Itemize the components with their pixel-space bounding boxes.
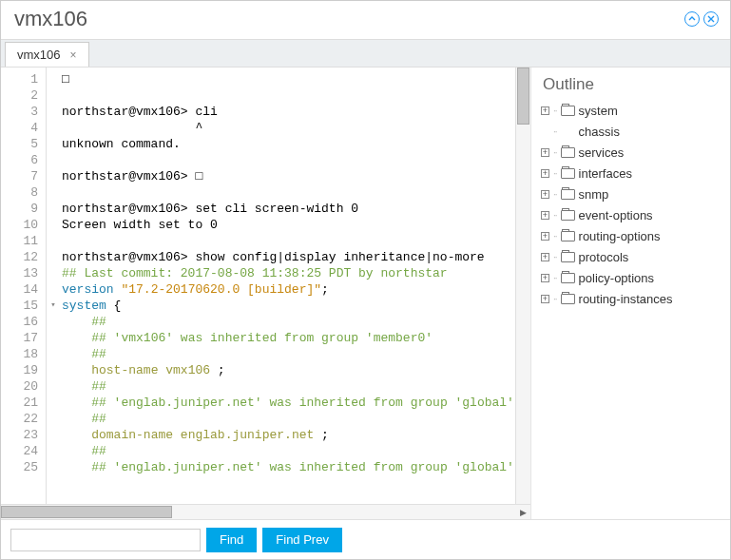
main-area: 1234567891011121314151617181920212223242… (1, 68, 730, 519)
code-line[interactable]: northstar@vmx106> set cli screen-width 0 (62, 201, 515, 217)
outline-item-event-options[interactable]: +··event-options (541, 204, 722, 225)
code-line[interactable]: host-name vmx106 ; (62, 362, 515, 378)
line-number: 20 (1, 378, 38, 395)
code-line[interactable]: ## 'englab.juniper.net' was inherited fr… (62, 459, 515, 475)
close-icon[interactable] (703, 11, 719, 27)
line-number: 13 (1, 265, 38, 281)
outline-item-services[interactable]: +··services (541, 142, 722, 163)
fold-marker (47, 346, 60, 362)
fold-marker (47, 443, 60, 459)
line-number: 1 (1, 71, 38, 87)
tree-connector: ·· (553, 210, 557, 221)
line-number: 2 (1, 87, 38, 104)
outline-items: +··system+··chassis+··services+··interfa… (541, 100, 722, 513)
code-content[interactable]: □northstar@vmx106> cli ^unknown command.… (60, 68, 515, 504)
code-line[interactable]: □ (62, 71, 515, 87)
fold-marker (47, 249, 60, 265)
outline-item-chassis[interactable]: +··chassis (541, 121, 722, 142)
expand-icon[interactable]: + (541, 274, 549, 282)
expand-icon[interactable]: + (541, 148, 549, 157)
line-number: 9 (1, 201, 38, 217)
outline-item-label: snmp (579, 187, 609, 202)
fold-marker (47, 184, 60, 201)
find-button[interactable]: Find (206, 528, 257, 552)
code-line[interactable] (62, 184, 515, 201)
code-line[interactable] (62, 87, 515, 104)
code-line[interactable]: ## 'englab.juniper.net' was inherited fr… (62, 395, 515, 411)
code-line[interactable]: ^ (62, 120, 515, 136)
outline-item-interfaces[interactable]: +··interfaces (541, 163, 722, 183)
expand-icon[interactable]: + (541, 169, 549, 178)
vertical-scrollbar[interactable] (515, 68, 530, 504)
folder-icon (561, 168, 575, 179)
fold-marker (47, 362, 60, 378)
outline-item-system[interactable]: +··system (541, 100, 722, 121)
line-number: 19 (1, 362, 38, 378)
outline-item-routing-options[interactable]: +··routing-options (541, 225, 722, 246)
scroll-right-icon[interactable]: ▶ (515, 505, 530, 519)
code-line[interactable]: domain-name englab.juniper.net ; (62, 427, 515, 443)
expand-icon[interactable]: + (541, 211, 549, 220)
search-bar: Find Find Prev (1, 519, 730, 559)
window-title: vmx106 (14, 7, 684, 31)
code-line[interactable]: northstar@vmx106> □ (62, 168, 515, 184)
line-gutter: 1234567891011121314151617181920212223242… (1, 68, 47, 504)
code-line[interactable]: ## (62, 378, 515, 395)
folder-icon (561, 294, 575, 304)
expand-icon[interactable]: + (541, 295, 549, 303)
line-number: 21 (1, 395, 38, 411)
fold-marker[interactable]: ▾ (47, 298, 60, 314)
search-input[interactable] (10, 529, 201, 551)
line-number: 10 (1, 217, 38, 233)
fold-marker (47, 314, 60, 330)
tree-connector: ·· (553, 168, 557, 179)
find-prev-button[interactable]: Find Prev (262, 528, 342, 552)
outline-item-snmp[interactable]: +··snmp (541, 183, 722, 204)
minimize-icon[interactable] (684, 11, 700, 27)
line-number: 8 (1, 184, 38, 201)
line-number: 7 (1, 168, 38, 184)
code-line[interactable]: ## (62, 443, 515, 459)
expand-icon[interactable]: + (541, 253, 549, 261)
titlebar: vmx106 (1, 1, 730, 39)
line-number: 22 (1, 411, 38, 427)
tab-vmx106[interactable]: vmx106 × (5, 42, 89, 67)
code-line[interactable]: northstar@vmx106> cli (62, 104, 515, 120)
code-line[interactable]: unknown command. (62, 136, 515, 152)
code-line[interactable]: Screen width set to 0 (62, 217, 515, 233)
code-line[interactable]: system { (62, 298, 515, 314)
fold-marker (47, 104, 60, 120)
horizontal-scrollbar[interactable]: ▶ (1, 504, 530, 519)
outline-item-policy-options[interactable]: +··policy-options (541, 267, 722, 288)
line-number: 24 (1, 443, 38, 459)
code-line[interactable]: version "17.2-20170620.0 [builder]"; (62, 281, 515, 298)
tab-label: vmx106 (17, 48, 61, 62)
fold-marker (47, 168, 60, 184)
expand-icon[interactable]: + (541, 190, 549, 199)
outline-item-protocols[interactable]: +··protocols (541, 246, 722, 267)
code-editor[interactable]: 1234567891011121314151617181920212223242… (1, 68, 530, 504)
vertical-scrollbar-thumb[interactable] (517, 68, 529, 125)
tree-connector: ·· (553, 294, 557, 304)
outline-item-routing-instances[interactable]: +··routing-instances (541, 288, 722, 309)
folder-icon (561, 189, 575, 200)
code-line[interactable]: ## 'vmx106' was inherited from group 'me… (62, 330, 515, 346)
tab-close-icon[interactable]: × (70, 48, 77, 62)
line-number: 18 (1, 346, 38, 362)
expand-icon[interactable]: + (541, 232, 549, 241)
code-line[interactable] (62, 152, 515, 168)
line-number: 23 (1, 427, 38, 443)
fold-marker (47, 395, 60, 411)
line-number: 6 (1, 152, 38, 168)
folder-icon (561, 210, 575, 221)
code-line[interactable] (62, 233, 515, 249)
horizontal-scrollbar-thumb[interactable] (1, 506, 172, 518)
code-line[interactable]: ## (62, 411, 515, 427)
code-line[interactable]: northstar@vmx106> show config|display in… (62, 249, 515, 265)
fold-marker (47, 427, 60, 443)
code-line[interactable]: ## Last commit: 2017-08-08 11:38:25 PDT … (62, 265, 515, 281)
tree-connector: ·· (553, 231, 557, 241)
code-line[interactable]: ## (62, 346, 515, 362)
code-line[interactable]: ## (62, 314, 515, 330)
expand-icon[interactable]: + (541, 106, 549, 115)
